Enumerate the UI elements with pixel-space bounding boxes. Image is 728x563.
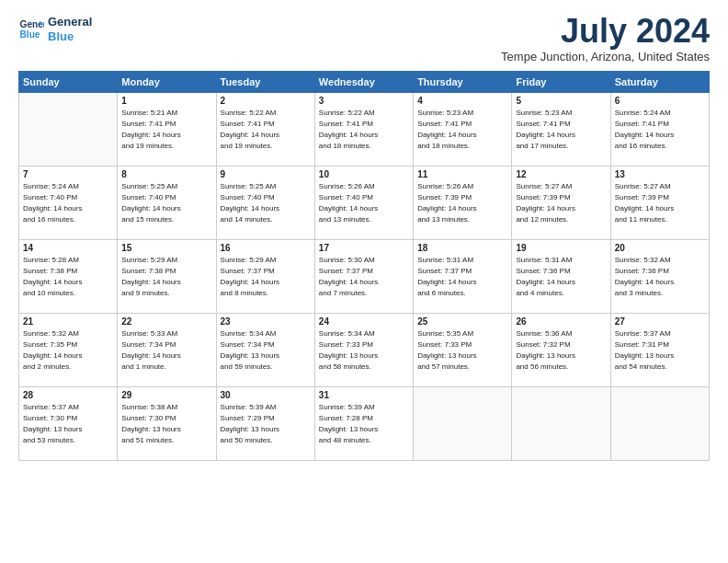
calendar-cell: 28Sunrise: 5:37 AMSunset: 7:30 PMDayligh…: [19, 387, 118, 461]
day-number: 8: [121, 169, 211, 179]
calendar-cell: 20Sunrise: 5:32 AMSunset: 7:36 PMDayligh…: [610, 240, 709, 314]
calendar-cell: 5Sunrise: 5:23 AMSunset: 7:41 PMDaylight…: [512, 93, 610, 167]
calendar-cell: 30Sunrise: 5:39 AMSunset: 7:29 PMDayligh…: [216, 387, 314, 461]
day-number: 17: [319, 243, 409, 253]
day-info: Sunrise: 5:27 AMSunset: 7:39 PMDaylight:…: [615, 181, 705, 225]
day-number: 11: [417, 169, 507, 179]
day-info: Sunrise: 5:25 AMSunset: 7:40 PMDaylight:…: [121, 181, 211, 225]
day-info: Sunrise: 5:29 AMSunset: 7:38 PMDaylight:…: [121, 255, 211, 299]
day-info: Sunrise: 5:36 AMSunset: 7:32 PMDaylight:…: [516, 328, 606, 373]
title-block: July 2024 Tempe Junction, Arizona, Unite…: [501, 15, 710, 63]
weekday-header-saturday: Saturday: [610, 72, 709, 93]
calendar-cell: 17Sunrise: 5:30 AMSunset: 7:37 PMDayligh…: [314, 240, 413, 314]
calendar-week-5: 28Sunrise: 5:37 AMSunset: 7:30 PMDayligh…: [19, 387, 710, 461]
calendar-cell: [512, 387, 610, 461]
day-info: Sunrise: 5:25 AMSunset: 7:40 PMDaylight:…: [221, 181, 311, 225]
calendar-cell: 7Sunrise: 5:24 AMSunset: 7:40 PMDaylight…: [19, 167, 118, 240]
day-info: Sunrise: 5:37 AMSunset: 7:31 PMDaylight:…: [615, 328, 705, 373]
calendar-cell: 8Sunrise: 5:25 AMSunset: 7:40 PMDaylight…: [118, 167, 216, 240]
day-number: 24: [319, 316, 409, 327]
day-info: Sunrise: 5:26 AMSunset: 7:40 PMDaylight:…: [319, 181, 409, 225]
day-number: 19: [516, 243, 606, 253]
calendar-week-4: 21Sunrise: 5:32 AMSunset: 7:35 PMDayligh…: [19, 314, 710, 387]
logo-icon: General Blue: [18, 17, 44, 42]
calendar-cell: [414, 387, 512, 461]
day-info: Sunrise: 5:35 AMSunset: 7:33 PMDaylight:…: [417, 328, 507, 373]
calendar-cell: 13Sunrise: 5:27 AMSunset: 7:39 PMDayligh…: [610, 167, 709, 240]
day-info: Sunrise: 5:31 AMSunset: 7:36 PMDaylight:…: [516, 255, 606, 299]
calendar-cell: 15Sunrise: 5:29 AMSunset: 7:38 PMDayligh…: [118, 240, 216, 314]
calendar-week-3: 14Sunrise: 5:28 AMSunset: 7:38 PMDayligh…: [19, 240, 710, 314]
calendar-cell: 3Sunrise: 5:22 AMSunset: 7:41 PMDaylight…: [314, 93, 413, 167]
day-info: Sunrise: 5:23 AMSunset: 7:41 PMDaylight:…: [516, 108, 606, 152]
day-info: Sunrise: 5:37 AMSunset: 7:30 PMDaylight:…: [23, 402, 113, 446]
day-number: 20: [615, 243, 705, 253]
day-number: 7: [23, 169, 113, 179]
day-info: Sunrise: 5:32 AMSunset: 7:35 PMDaylight:…: [23, 328, 113, 373]
logo-text-general: General: [48, 15, 92, 29]
weekday-header-monday: Monday: [118, 72, 216, 93]
location: Tempe Junction, Arizona, United States: [501, 50, 710, 63]
day-info: Sunrise: 5:39 AMSunset: 7:28 PMDaylight:…: [319, 402, 409, 446]
calendar-cell: 21Sunrise: 5:32 AMSunset: 7:35 PMDayligh…: [19, 314, 118, 387]
day-info: Sunrise: 5:21 AMSunset: 7:41 PMDaylight:…: [121, 108, 211, 152]
calendar-week-2: 7Sunrise: 5:24 AMSunset: 7:40 PMDaylight…: [19, 167, 710, 240]
day-info: Sunrise: 5:24 AMSunset: 7:41 PMDaylight:…: [615, 108, 705, 152]
weekday-header-friday: Friday: [512, 72, 610, 93]
calendar-cell: 24Sunrise: 5:34 AMSunset: 7:33 PMDayligh…: [314, 314, 413, 387]
day-info: Sunrise: 5:32 AMSunset: 7:36 PMDaylight:…: [615, 255, 705, 299]
day-info: Sunrise: 5:24 AMSunset: 7:40 PMDaylight:…: [23, 181, 113, 225]
calendar-cell: 31Sunrise: 5:39 AMSunset: 7:28 PMDayligh…: [314, 387, 413, 461]
day-number: 13: [615, 169, 705, 179]
page-header: General Blue General Blue July 2024 Temp…: [18, 15, 710, 63]
calendar-cell: 2Sunrise: 5:22 AMSunset: 7:41 PMDaylight…: [216, 93, 314, 167]
day-number: 23: [221, 316, 311, 327]
logo: General Blue General Blue: [18, 15, 92, 43]
weekday-header-wednesday: Wednesday: [314, 72, 413, 93]
day-number: 21: [23, 316, 113, 327]
day-info: Sunrise: 5:30 AMSunset: 7:37 PMDaylight:…: [319, 255, 409, 299]
day-number: 28: [23, 390, 113, 400]
day-info: Sunrise: 5:27 AMSunset: 7:39 PMDaylight:…: [516, 181, 606, 225]
day-info: Sunrise: 5:23 AMSunset: 7:41 PMDaylight:…: [417, 108, 507, 152]
calendar-cell: 6Sunrise: 5:24 AMSunset: 7:41 PMDaylight…: [610, 93, 709, 167]
calendar-cell: 18Sunrise: 5:31 AMSunset: 7:37 PMDayligh…: [414, 240, 512, 314]
day-number: 5: [516, 96, 606, 106]
day-info: Sunrise: 5:38 AMSunset: 7:30 PMDaylight:…: [121, 402, 211, 446]
day-info: Sunrise: 5:34 AMSunset: 7:33 PMDaylight:…: [319, 328, 409, 373]
weekday-header-thursday: Thursday: [414, 72, 512, 93]
day-number: 10: [319, 169, 409, 179]
calendar-cell: [610, 387, 709, 461]
logo-text-blue: Blue: [48, 29, 92, 44]
day-number: 3: [319, 96, 409, 106]
calendar-cell: 27Sunrise: 5:37 AMSunset: 7:31 PMDayligh…: [610, 314, 709, 387]
calendar-cell: 16Sunrise: 5:29 AMSunset: 7:37 PMDayligh…: [216, 240, 314, 314]
day-info: Sunrise: 5:22 AMSunset: 7:41 PMDaylight:…: [221, 108, 311, 152]
calendar-cell: 19Sunrise: 5:31 AMSunset: 7:36 PMDayligh…: [512, 240, 610, 314]
svg-text:Blue: Blue: [20, 29, 40, 39]
day-number: 27: [615, 316, 705, 327]
calendar-cell: 14Sunrise: 5:28 AMSunset: 7:38 PMDayligh…: [19, 240, 118, 314]
day-info: Sunrise: 5:28 AMSunset: 7:38 PMDaylight:…: [23, 255, 113, 299]
day-number: 1: [121, 96, 211, 106]
calendar-cell: 26Sunrise: 5:36 AMSunset: 7:32 PMDayligh…: [512, 314, 610, 387]
weekday-header-tuesday: Tuesday: [216, 72, 314, 93]
day-number: 22: [121, 316, 211, 327]
day-info: Sunrise: 5:39 AMSunset: 7:29 PMDaylight:…: [221, 402, 311, 446]
day-info: Sunrise: 5:29 AMSunset: 7:37 PMDaylight:…: [221, 255, 311, 299]
calendar-cell: 11Sunrise: 5:26 AMSunset: 7:39 PMDayligh…: [414, 167, 512, 240]
calendar-cell: 25Sunrise: 5:35 AMSunset: 7:33 PMDayligh…: [414, 314, 512, 387]
calendar-cell: 23Sunrise: 5:34 AMSunset: 7:34 PMDayligh…: [216, 314, 314, 387]
day-info: Sunrise: 5:34 AMSunset: 7:34 PMDaylight:…: [221, 328, 311, 373]
day-info: Sunrise: 5:31 AMSunset: 7:37 PMDaylight:…: [417, 255, 507, 299]
day-number: 12: [516, 169, 606, 179]
day-number: 14: [23, 243, 113, 253]
weekday-header-row: SundayMondayTuesdayWednesdayThursdayFrid…: [19, 72, 710, 93]
calendar-cell: 10Sunrise: 5:26 AMSunset: 7:40 PMDayligh…: [314, 167, 413, 240]
day-info: Sunrise: 5:26 AMSunset: 7:39 PMDaylight:…: [417, 181, 507, 225]
day-number: 31: [319, 390, 409, 400]
calendar-cell: 22Sunrise: 5:33 AMSunset: 7:34 PMDayligh…: [118, 314, 216, 387]
day-number: 18: [417, 243, 507, 253]
day-info: Sunrise: 5:33 AMSunset: 7:34 PMDaylight:…: [121, 328, 211, 373]
calendar-cell: 9Sunrise: 5:25 AMSunset: 7:40 PMDaylight…: [216, 167, 314, 240]
